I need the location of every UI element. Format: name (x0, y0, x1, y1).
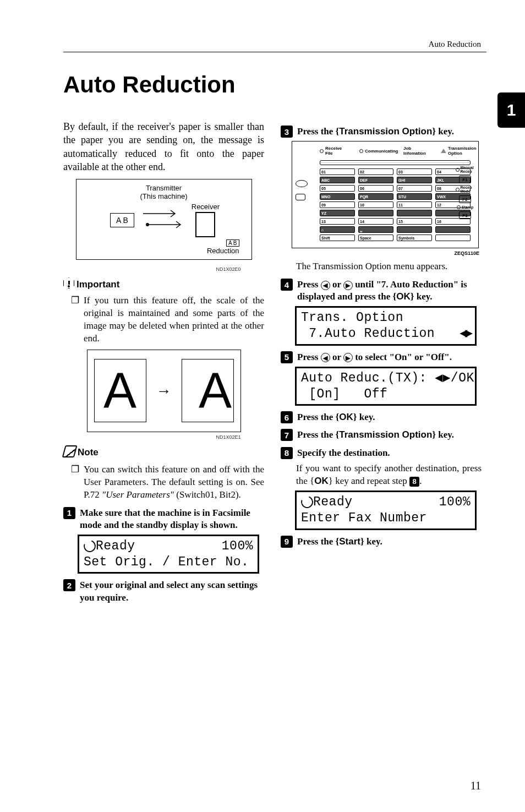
step-3-badge: 3 (281, 126, 293, 138)
right-arrow-key-icon: ▶ (343, 353, 353, 362)
lcd-display-ready-2: Ready100% Enter Fax Number (295, 491, 477, 530)
step-4-text: Press ◀ or ▶ until "7. Auto Reduction" i… (297, 279, 482, 303)
scale-loss-diagram: A → A (87, 350, 241, 432)
left-arrow-key-icon: ◀ (321, 281, 330, 290)
receiver-label: Receiver (192, 203, 220, 211)
step-1-badge: 1 (63, 507, 75, 519)
page-title: Auto Reduction (63, 72, 486, 98)
this-machine-label: (This machine) (140, 192, 188, 200)
left-column: By default, if the receiver's paper is s… (63, 120, 264, 607)
left-arrow-key-icon: ◀ (321, 353, 330, 362)
step-5-text: Press ◀ or ▶ to select "On" or "Off". (297, 351, 452, 363)
paper-ab-sender: A B (110, 213, 134, 227)
led-communicating: Communicating (359, 149, 385, 154)
right-arrow-icon: → (156, 382, 172, 400)
figure-number-1: ND1X02E0 (87, 266, 241, 272)
led-receive-file: Receive File (320, 146, 341, 156)
transmitter-label: Transmitter (146, 184, 182, 192)
step-7-badge: 7 (281, 429, 293, 441)
step-9-text: Press the {Start} key. (297, 536, 382, 548)
paper-ab-reduced: A B (226, 239, 239, 247)
panel-figure-number: ZEQS110E (281, 250, 479, 256)
note-heading-text: Note (78, 447, 99, 458)
step-ref-8-badge: 8 (409, 477, 419, 487)
page-number: 11 (471, 780, 481, 792)
letter-a-full-icon: A (94, 359, 146, 422)
lcd-display-ready-1: Ready100% Set Orig. / Enter No. (78, 535, 259, 574)
note-heading: Note (63, 445, 264, 460)
important-heading-text: Important (76, 279, 119, 290)
header-section-label: Auto Reduction (429, 40, 481, 49)
step-2-text: Set your original and select any scan se… (80, 579, 264, 603)
led-job-info: Job Infomation (403, 146, 422, 156)
bullet-square-icon: ❐ (71, 464, 79, 502)
step-6-badge: 6 (281, 411, 293, 423)
panel-button-icon (296, 194, 305, 200)
step-4-badge: 4 (281, 279, 293, 291)
intro-paragraph: By default, if the receiver's paper is s… (63, 120, 264, 173)
step-6-text: Press the {OK} key. (297, 411, 375, 423)
receiver-doc-icon (195, 212, 215, 237)
side-stamp: Stamp (457, 205, 473, 209)
right-column: 3 Press the {Transmission Option} key. R… (281, 120, 482, 607)
bullet-square-icon: ❐ (71, 295, 79, 345)
step-3-text: Press the {Transmission Option} key. (297, 126, 454, 138)
important-bullet-text: If you turn this feature off, the scale … (84, 295, 264, 345)
step-1-text: Make sure that the machine is in Facsimi… (80, 507, 264, 531)
side-recep-mode: Recep Mode (456, 186, 475, 193)
step-8-badge: 8 (281, 447, 293, 459)
control-panel-diagram: Receive File Communicating Job Infomatio… (292, 141, 479, 248)
panel-display-slot (320, 160, 471, 165)
led-transmission-option: Transmission Option (441, 146, 470, 156)
letter-a-cropped-icon: A (182, 359, 234, 422)
important-icon (63, 277, 74, 291)
right-arrow-key-icon: ▶ (343, 281, 353, 290)
note-icon (61, 445, 77, 460)
side-manual-recep: Manual Recep (456, 166, 475, 173)
flow-arrows-icon (142, 208, 186, 232)
side-f3: F3 (459, 211, 471, 219)
step-2-badge: 2 (63, 579, 75, 591)
quick-dial-keypad: 01020304 ABCDEFGHIJKL 05060708 MNOPQRSTU… (292, 168, 478, 246)
lr-arrows-icon: ◀▶ (460, 326, 471, 342)
panel-oval-icon (296, 180, 308, 187)
step-8-body: If you want to specify another destinati… (296, 462, 482, 488)
step-5-badge: 5 (281, 351, 293, 363)
step-9-badge: 9 (281, 536, 293, 548)
note-bullet-text: You can switch this feature on and off w… (84, 464, 264, 502)
transmitter-receiver-diagram: Transmitter (This machine) A B (76, 179, 252, 260)
side-f1: F1 (459, 176, 471, 183)
side-f2: F2 (459, 195, 471, 203)
step-8-text: Specify the destination. (297, 447, 390, 459)
figure-number-2: ND1X02E1 (87, 434, 241, 440)
step-3-body: The Transmission Option menu appears. (296, 260, 482, 273)
reduction-label: Reduction (207, 247, 239, 255)
lcd-display-trans-option: Trans. Option 7.Auto Reduction◀▶ (295, 306, 477, 346)
step-7-text: Press the {Transmission Option} key. (297, 429, 454, 441)
lcd-display-auto-reduc: Auto Reduc.(TX): ◀▶/OK [On] Off (295, 367, 477, 406)
header-rule (63, 52, 486, 52)
chapter-tab: 1 (497, 92, 525, 128)
important-heading: Important (63, 277, 264, 291)
